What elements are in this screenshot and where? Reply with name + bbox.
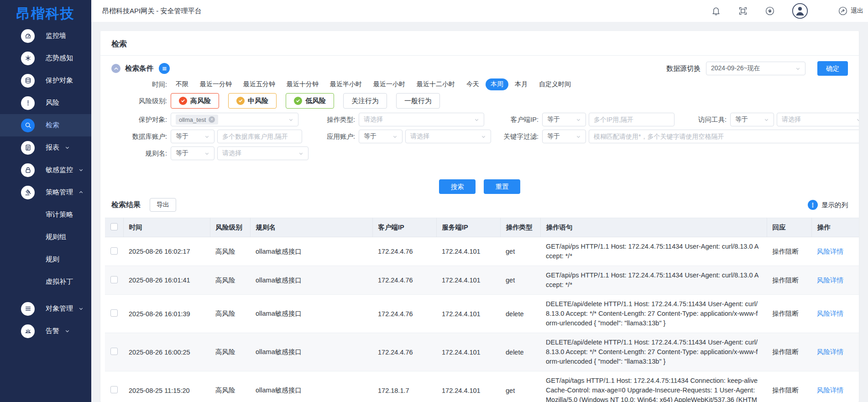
confirm-button[interactable]: 确定 bbox=[817, 61, 848, 76]
tag-close-icon[interactable]: × bbox=[209, 116, 215, 123]
cell-response: 操作阻断 bbox=[767, 333, 811, 371]
chevron-down-icon bbox=[65, 329, 70, 334]
column-header: 规则名 bbox=[250, 218, 372, 237]
risk-detail-link[interactable]: 风险详情 bbox=[817, 248, 843, 255]
sidebar-item-search[interactable]: 检索 bbox=[0, 114, 91, 136]
cell-client-ip: 172.18.1.7 bbox=[372, 371, 436, 402]
datasource-select[interactable]: 2024-09-26~现在 bbox=[706, 62, 805, 75]
show-columns-button[interactable]: ⋮ 显示的列 bbox=[808, 200, 848, 210]
sidebar-item-reports[interactable]: 报表 bbox=[0, 136, 91, 159]
keyword-input[interactable] bbox=[589, 130, 859, 143]
chevron-down-icon bbox=[764, 117, 769, 122]
sidebar-item-label: 风险 bbox=[46, 99, 59, 107]
risk-option-label: 一般行为 bbox=[404, 97, 432, 105]
risk-option-label: 中风险 bbox=[248, 97, 268, 105]
collapse-icon[interactable] bbox=[111, 64, 120, 73]
time-option[interactable]: 今天 bbox=[461, 78, 484, 90]
time-option[interactable]: 本月 bbox=[510, 78, 533, 90]
time-option[interactable]: 最近十分钟 bbox=[282, 78, 324, 90]
time-option[interactable]: 最近一分钟 bbox=[195, 78, 237, 90]
time-option[interactable]: 不限 bbox=[171, 78, 193, 90]
sidebar-item-alerts[interactable]: 告警 bbox=[0, 320, 91, 342]
reset-button[interactable]: 重置 bbox=[484, 179, 520, 194]
filter-section-title: 检索条件 bbox=[125, 64, 153, 73]
filter-list-icon[interactable] bbox=[159, 63, 170, 74]
search-button[interactable]: 搜索 bbox=[439, 179, 476, 194]
risk-option-button[interactable]: 一般行为 bbox=[396, 93, 440, 109]
sidebar-item-policy-management[interactable]: 策略管理 bbox=[0, 181, 91, 204]
select-all-checkbox[interactable] bbox=[110, 223, 118, 230]
export-button[interactable]: 导出 bbox=[150, 198, 176, 212]
row-checkbox[interactable] bbox=[110, 348, 118, 355]
logout-button[interactable]: 退出 bbox=[838, 6, 863, 16]
results-header: 检索结果 导出 ⋮ 显示的列 bbox=[111, 198, 848, 212]
risk-detail-link[interactable]: 风险详情 bbox=[817, 277, 843, 284]
client-ip-input[interactable] bbox=[589, 113, 675, 126]
app-account-select[interactable]: 请选择 bbox=[405, 130, 491, 143]
time-option[interactable]: 最近半小时 bbox=[325, 78, 367, 90]
db-account-input[interactable] bbox=[217, 130, 302, 143]
risk-option-button[interactable]: 关注行为 bbox=[343, 93, 387, 109]
list-icon bbox=[21, 302, 35, 316]
search-card: 检索 检索条件 数据源切换 2024 bbox=[100, 31, 859, 402]
results-title: 检索结果 bbox=[111, 200, 141, 210]
avatar-icon[interactable] bbox=[792, 3, 808, 19]
protect-object-select[interactable]: ollma_test × bbox=[171, 113, 298, 126]
rule-name-group: 规则名: 等于 请选择 bbox=[111, 146, 309, 160]
time-option[interactable]: 最近一小时 bbox=[368, 78, 410, 90]
sidebar-item-rule-group[interactable]: 规则组 bbox=[0, 226, 91, 248]
time-option[interactable]: 自定义时间 bbox=[534, 78, 576, 90]
app-account-operator-select[interactable]: 等于 bbox=[359, 130, 403, 143]
db-account-operator-select[interactable]: 等于 bbox=[171, 130, 214, 143]
column-header: 回应 bbox=[767, 218, 811, 237]
sidebar-item-protected-objects[interactable]: 保护对象 bbox=[0, 69, 91, 92]
time-option[interactable]: 最近十二小时 bbox=[412, 78, 460, 90]
risk-option-button[interactable]: 高风险 bbox=[171, 93, 219, 109]
cell-operation-type: delete bbox=[500, 333, 540, 371]
link-icon[interactable] bbox=[765, 6, 775, 16]
time-option[interactable]: 本周 bbox=[486, 78, 508, 90]
keyword-operator-select[interactable]: 等于 bbox=[542, 130, 586, 143]
table-header-row: 时间风险级别规则名客户端IP服务端IP操作类型操作语句回应操作 bbox=[105, 218, 859, 237]
exclamation-icon bbox=[21, 96, 35, 110]
row-checkbox[interactable] bbox=[110, 386, 118, 393]
risk-detail-link[interactable]: 风险详情 bbox=[817, 310, 843, 317]
rule-name-operator-select[interactable]: 等于 bbox=[171, 146, 214, 160]
chevron-down-icon bbox=[65, 145, 70, 150]
chevron-down-icon bbox=[78, 306, 84, 311]
risk-detail-link[interactable]: 风险详情 bbox=[817, 386, 843, 394]
row-checkbox[interactable] bbox=[110, 309, 118, 317]
client-ip-group: 客户端IP: 等于 bbox=[483, 113, 675, 126]
sidebar-item-situation-awareness[interactable]: 态势感知 bbox=[0, 47, 91, 69]
time-option[interactable]: 最近五分钟 bbox=[238, 78, 280, 90]
sidebar-item-label: 检索 bbox=[46, 121, 59, 130]
risk-option-button[interactable]: 中风险 bbox=[228, 93, 277, 109]
cell-time: 2025-08-26 16:00:25 bbox=[123, 333, 210, 371]
row-checkbox[interactable] bbox=[110, 276, 118, 283]
sidebar-item-rules[interactable]: 规则 bbox=[0, 248, 91, 271]
row-checkbox[interactable] bbox=[110, 247, 118, 255]
sidebar-item-virtual-patch[interactable]: 虚拟补丁 bbox=[0, 271, 91, 293]
cell-rule-name: ollama敏感接口 bbox=[250, 295, 372, 333]
client-ip-operator-select[interactable]: 等于 bbox=[542, 113, 586, 126]
table-row: 2025-08-26 16:00:25高风险ollama敏感接口172.24.4… bbox=[105, 333, 859, 371]
bell-icon[interactable] bbox=[711, 6, 721, 16]
sidebar-item-sensitive-monitoring[interactable]: 敏感监控 bbox=[0, 159, 91, 181]
cell-client-ip: 172.24.4.76 bbox=[372, 333, 436, 371]
risk-detail-link[interactable]: 风险详情 bbox=[817, 348, 843, 355]
column-header: 操作 bbox=[811, 218, 859, 237]
sidebar-item-label: 规则组 bbox=[46, 233, 66, 241]
search-icon bbox=[21, 119, 35, 132]
fullscreen-icon[interactable] bbox=[738, 6, 748, 16]
rule-name-select[interactable]: 请选择 bbox=[217, 146, 309, 160]
access-tool-select[interactable]: 请选择 bbox=[777, 113, 859, 126]
risk-option-label: 关注行为 bbox=[351, 97, 379, 105]
access-tool-operator-select[interactable]: 等于 bbox=[730, 113, 774, 126]
sidebar-item-monitor-wall[interactable]: 监控墙 bbox=[0, 25, 91, 47]
datasource-group: 数据源切换 2024-09-26~现在 确定 bbox=[666, 61, 848, 76]
sidebar-item-audit-policy[interactable]: 审计策略 bbox=[0, 204, 91, 226]
sidebar-item-risk[interactable]: 风险 bbox=[0, 92, 91, 114]
operation-type-select[interactable]: 请选择 bbox=[359, 113, 484, 126]
risk-option-button[interactable]: 低风险 bbox=[286, 93, 334, 109]
sidebar-item-object-management[interactable]: 对象管理 bbox=[0, 298, 91, 320]
